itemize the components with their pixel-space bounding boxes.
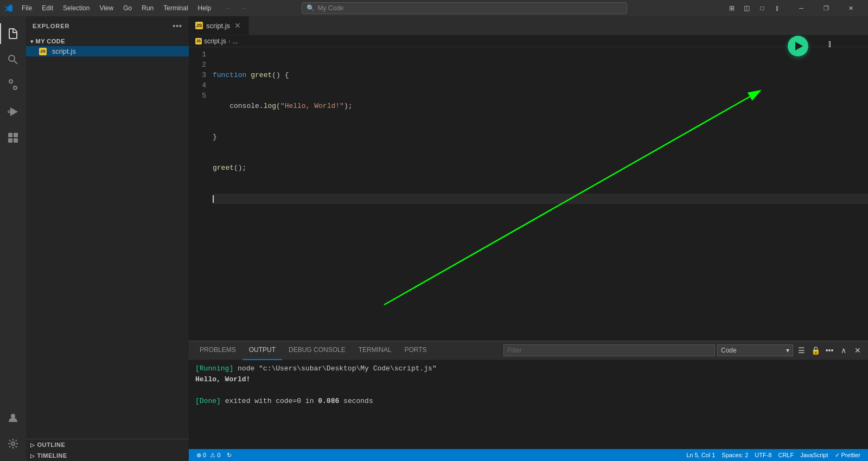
folder-header[interactable]: ▾ MY CODE [26,36,189,46]
activity-accounts[interactable] [0,405,26,431]
panel-toggle[interactable]: □ [755,2,769,14]
status-prettier[interactable]: ✓ Prettier [832,449,864,461]
play-icon [795,42,803,50]
panel-expand-icon[interactable]: ∧ [838,344,850,356]
menu-go[interactable]: Go [119,2,136,14]
panel-source-dropdown[interactable]: Code ▾ [717,344,793,356]
menu-terminal[interactable]: Terminal [159,2,192,14]
activity-run-debug[interactable] [0,99,26,125]
menu-bar: File Edit Selection View Go Run Terminal… [17,2,215,14]
menu-selection[interactable]: Selection [59,2,94,14]
output-done-label: [Done] [195,397,221,405]
nav-back-button[interactable]: ← [222,2,235,14]
status-bar: ⊗ 0 ⚠ 0 ↻ Ln 5, Col 1 Spaces: 2 UTF-8 CR… [189,449,868,461]
line-num-4: 4 [193,80,206,91]
panel-lock-icon[interactable]: 🔒 [809,344,821,356]
sidebar-actions: ••• [173,22,182,30]
prettier-label: Prettier [841,452,860,458]
menu-view[interactable]: View [95,2,118,14]
search-text: My Code [318,4,344,12]
command-palette[interactable]: 🔍 My Code [302,2,627,14]
outline-label: OUTLINE [37,441,66,448]
restore-button[interactable]: ❐ [814,0,839,16]
run-code-button[interactable] [788,36,808,56]
svg-rect-4 [14,138,18,143]
activity-search[interactable] [0,47,26,73]
sidebar-toggle[interactable]: ◫ [740,2,754,14]
breadcrumb-file[interactable]: script.js [204,37,226,45]
nav-forward-button[interactable]: → [237,2,250,14]
svg-rect-2 [14,133,18,137]
outline-section[interactable]: ▷ OUTLINE [26,439,189,450]
file-name: script.js [52,47,76,55]
status-line-ending[interactable]: CRLF [775,449,797,461]
tab-close-button[interactable]: ✕ [233,21,242,30]
titlebar: File Edit Selection View Go Run Terminal… [0,0,868,16]
panel-tab-terminal[interactable]: TERMINAL [352,341,398,360]
panel-tab-problems[interactable]: PROBLEMS [193,341,242,360]
status-ln-col[interactable]: Ln 5, Col 1 [683,449,718,461]
sidebar-header: EXPLORER ••• [26,16,189,35]
sidebar-title: EXPLORER [33,23,70,29]
panel-filter-input[interactable] [503,344,715,356]
line-num-5: 5 [193,91,206,101]
panel-tab-output[interactable]: OUTPUT [242,341,282,360]
menu-edit[interactable]: Edit [37,2,58,14]
output-done-text: exited with code=0 in 0.086 seconds [225,397,373,405]
search-icon: 🔍 [307,4,315,12]
svg-rect-3 [8,138,12,143]
status-errors[interactable]: ⊗ 0 ⚠ 0 [193,449,224,461]
panel-overflow-icon[interactable]: ••• [824,344,835,356]
sync-icon: ↻ [227,452,232,459]
output-line-3 [195,385,861,396]
main-layout: EXPLORER ••• ▾ MY CODE JS script.js ▷ OU… [0,16,868,461]
window-controls: ─ ❐ ✕ [789,0,864,16]
status-language[interactable]: JavaScript [797,449,831,461]
panel-tab-debug[interactable]: DEBUG CONSOLE [282,341,352,360]
status-sync[interactable]: ↻ [224,449,235,461]
tab-bar: JS script.js ✕ [189,16,868,35]
sidebar-footer: ▷ OUTLINE ▷ TIMELINE [26,439,189,461]
svg-point-0 [8,111,10,113]
menu-help[interactable]: Help [194,2,216,14]
breadcrumb-separator: › [228,37,231,45]
activity-explorer[interactable] [0,21,26,47]
code-content[interactable]: function greet() { console.log("Hello, W… [210,47,868,341]
file-item-scriptjs[interactable]: JS script.js [26,46,189,56]
vscode-logo [4,4,13,12]
code-editor[interactable]: 1 2 3 4 5 function greet() { console.log… [189,47,868,341]
code-line-3: } [213,132,868,142]
svg-rect-1 [8,133,12,137]
minimize-button[interactable]: ─ [789,0,814,16]
activity-settings[interactable] [0,431,26,457]
line-num-3: 3 [193,70,206,80]
warnings-icon: ⚠ [210,452,215,459]
tab-js-icon: JS [195,22,203,29]
status-encoding[interactable]: UTF-8 [751,449,775,461]
panel: PROBLEMS OUTPUT DEBUG CONSOLE TERMINAL P… [189,341,868,449]
split-editor[interactable]: ⫿ [770,2,784,14]
menu-file[interactable]: File [17,2,36,14]
code-line-2: console.log("Hello, World!"); [213,101,868,111]
activity-source-control[interactable] [0,73,26,99]
layout-icon[interactable]: ⊞ [725,2,739,14]
panel-list-icon[interactable]: ☰ [795,344,807,356]
split-editor-button[interactable]: ⫿ [828,39,832,49]
timeline-section[interactable]: ▷ TIMELINE [26,450,189,461]
activity-extensions[interactable] [0,125,26,151]
output-line-1: [Running] node "c:\Users\subar\Desktop\M… [195,363,861,374]
sidebar-overflow-button[interactable]: ••• [173,22,182,30]
close-button[interactable]: ✕ [839,0,864,16]
tab-scriptjs[interactable]: JS script.js ✕ [189,16,249,35]
panel-tab-bar: PROBLEMS OUTPUT DEBUG CONSOLE TERMINAL P… [189,341,868,360]
svg-point-5 [11,414,15,418]
breadcrumb-more[interactable]: ... [233,37,238,45]
panel-actions: Code ▾ ☰ 🔒 ••• ∧ ✕ [503,344,864,356]
js-file-icon: JS [39,48,47,55]
code-line-4: greet(); [213,163,868,173]
status-spaces[interactable]: Spaces: 2 [718,449,751,461]
panel-tab-ports[interactable]: PORTS [398,341,433,360]
panel-close-icon[interactable]: ✕ [852,344,864,356]
errors-count: 0 [203,452,206,458]
menu-run[interactable]: Run [137,2,158,14]
